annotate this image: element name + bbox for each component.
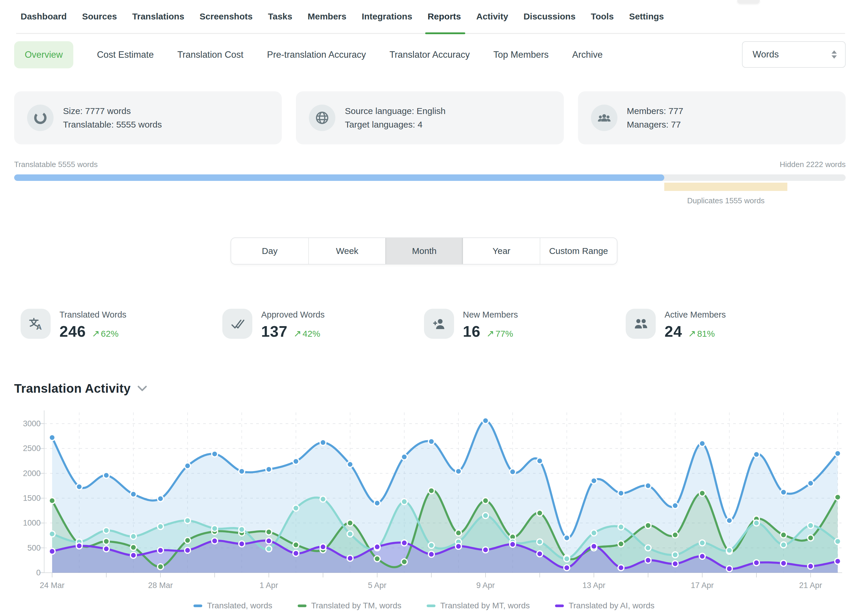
- legend-dash-icon: [427, 604, 436, 607]
- stat-value: 16: [463, 322, 480, 340]
- stat-delta: 42%: [303, 329, 320, 338]
- svg-text:500: 500: [27, 543, 41, 552]
- range-custom[interactable]: Custom Range: [540, 238, 617, 264]
- section-title: Translation Activity: [14, 381, 131, 396]
- chevron-down-icon[interactable]: [137, 385, 147, 392]
- svg-text:21 Apr: 21 Apr: [799, 581, 822, 590]
- words-capacity-bar: Translatable 5555 words Hidden 2222 word…: [14, 160, 846, 191]
- active-members-stat: Active Members 24 ↗81%: [626, 309, 827, 340]
- kpi-stats: A Translated Words 246 ↗62% Approved Wor…: [21, 309, 827, 340]
- svg-text:9 Apr: 9 Apr: [476, 581, 495, 590]
- members-card: Members: 777 Managers: 77: [578, 91, 846, 144]
- nav-item-translations[interactable]: Translations: [132, 12, 184, 21]
- translated-words-stat: A Translated Words 246 ↗62%: [21, 309, 222, 340]
- range-month[interactable]: Month: [385, 238, 463, 264]
- translatable-fill: [14, 174, 664, 181]
- members-count-line: Members: 777: [627, 104, 683, 118]
- members-icon: [591, 105, 617, 131]
- active-tab-underline: [425, 33, 465, 34]
- languages-card: Source language: English Target language…: [296, 91, 563, 144]
- legend-translated[interactable]: Translated, words: [193, 601, 272, 610]
- stat-delta: 81%: [697, 329, 715, 338]
- tab-top-members[interactable]: Top Members: [493, 49, 549, 60]
- new-members-stat: New Members 16 ↗77%: [424, 309, 626, 340]
- trend-up-icon: ↗: [92, 328, 100, 339]
- tab-pre-translation-accuracy[interactable]: Pre-translation Accuracy: [267, 49, 366, 60]
- legend-dash-icon: [193, 604, 202, 607]
- svg-text:13 Apr: 13 Apr: [583, 581, 605, 590]
- top-navigation: Dashboard Sources Translations Screensho…: [0, 0, 848, 35]
- legend-translated-tm[interactable]: Translated by TM, words: [298, 601, 402, 610]
- approved-words-stat: Approved Words 137 ↗42%: [222, 309, 424, 340]
- stat-delta: 62%: [101, 329, 119, 338]
- translate-icon: A: [21, 309, 50, 339]
- stat-label: New Members: [463, 310, 518, 320]
- legend-label: Translated, words: [207, 601, 272, 610]
- nav-item-tasks[interactable]: Tasks: [268, 12, 292, 21]
- double-check-icon: [222, 309, 252, 339]
- duplicates-bar: [664, 183, 787, 191]
- tab-archive[interactable]: Archive: [572, 49, 602, 60]
- duplicates-label: Duplicates 1555 words: [687, 196, 765, 205]
- capacity-track: [14, 174, 846, 181]
- stat-label: Active Members: [664, 310, 726, 320]
- tab-translation-cost[interactable]: Translation Cost: [177, 49, 243, 60]
- unit-select[interactable]: Words: [742, 41, 846, 68]
- tab-overview[interactable]: Overview: [14, 41, 73, 68]
- select-arrows-icon: [832, 50, 837, 59]
- trend-up-icon: ↗: [688, 328, 696, 339]
- range-day[interactable]: Day: [231, 238, 308, 264]
- svg-text:A: A: [36, 322, 42, 331]
- translation-activity-chart[interactable]: 05001000150020002500300024 Mar28 Mar1 Ap…: [0, 399, 848, 606]
- svg-text:3000: 3000: [23, 419, 41, 428]
- legend-dash-icon: [555, 604, 564, 607]
- popover-remnant: [737, 0, 760, 3]
- svg-text:17 Apr: 17 Apr: [691, 581, 714, 590]
- legend-translated-mt[interactable]: Translated by MT, words: [427, 601, 530, 610]
- range-week[interactable]: Week: [308, 238, 385, 264]
- progress-ring-icon: [27, 105, 53, 131]
- svg-text:28 Mar: 28 Mar: [148, 581, 173, 590]
- legend-translated-ai[interactable]: Translated by AI, words: [555, 601, 655, 610]
- stat-label: Approved Words: [261, 310, 325, 320]
- nav-item-screenshots[interactable]: Screenshots: [200, 12, 253, 21]
- trend-up-icon: ↗: [294, 328, 301, 339]
- source-language-line: Source language: English: [345, 104, 445, 118]
- nav-item-dashboard[interactable]: Dashboard: [21, 12, 67, 21]
- project-translatable-line: Translatable: 5555 words: [63, 118, 162, 131]
- legend-label: Translated by MT, words: [440, 601, 530, 610]
- tab-translator-accuracy[interactable]: Translator Accuracy: [390, 49, 470, 60]
- tab-cost-estimate[interactable]: Cost Estimate: [97, 49, 154, 60]
- nav-item-reports[interactable]: Reports: [427, 12, 461, 21]
- hidden-words-label: Hidden 2222 words: [780, 160, 846, 169]
- report-tabs: Overview Cost Estimate Translation Cost …: [14, 41, 846, 68]
- nav-item-activity[interactable]: Activity: [476, 12, 508, 21]
- legend-label: Translated by TM, words: [311, 601, 402, 610]
- globe-icon: [309, 105, 335, 131]
- svg-text:2500: 2500: [23, 444, 41, 453]
- svg-text:2000: 2000: [23, 469, 41, 478]
- translatable-words-label: Translatable 5555 words: [14, 160, 98, 169]
- summary-cards: Size: 7777 words Translatable: 5555 word…: [14, 91, 846, 144]
- stat-label: Translated Words: [59, 310, 126, 320]
- trend-up-icon: ↗: [486, 328, 494, 339]
- stat-delta: 77%: [495, 329, 513, 338]
- stat-value: 24: [664, 322, 682, 340]
- people-icon: [626, 309, 656, 339]
- nav-item-integrations[interactable]: Integrations: [362, 12, 412, 21]
- svg-text:1000: 1000: [23, 518, 41, 527]
- nav-item-settings[interactable]: Settings: [629, 12, 664, 21]
- managers-count-line: Managers: 77: [627, 118, 683, 131]
- nav-item-sources[interactable]: Sources: [82, 12, 117, 21]
- project-size-line: Size: 7777 words: [63, 104, 162, 118]
- nav-item-members[interactable]: Members: [308, 12, 347, 21]
- nav-item-discussions[interactable]: Discussions: [523, 12, 576, 21]
- range-year[interactable]: Year: [463, 238, 540, 264]
- nav-item-tools[interactable]: Tools: [591, 12, 614, 21]
- translation-activity-header[interactable]: Translation Activity: [14, 381, 147, 396]
- project-size-card: Size: 7777 words Translatable: 5555 word…: [14, 91, 282, 144]
- legend-label: Translated by AI, words: [569, 601, 655, 610]
- unit-select-value: Words: [753, 49, 779, 60]
- svg-text:0: 0: [36, 568, 41, 577]
- chart-legend: Translated, words Translated by TM, word…: [0, 601, 848, 610]
